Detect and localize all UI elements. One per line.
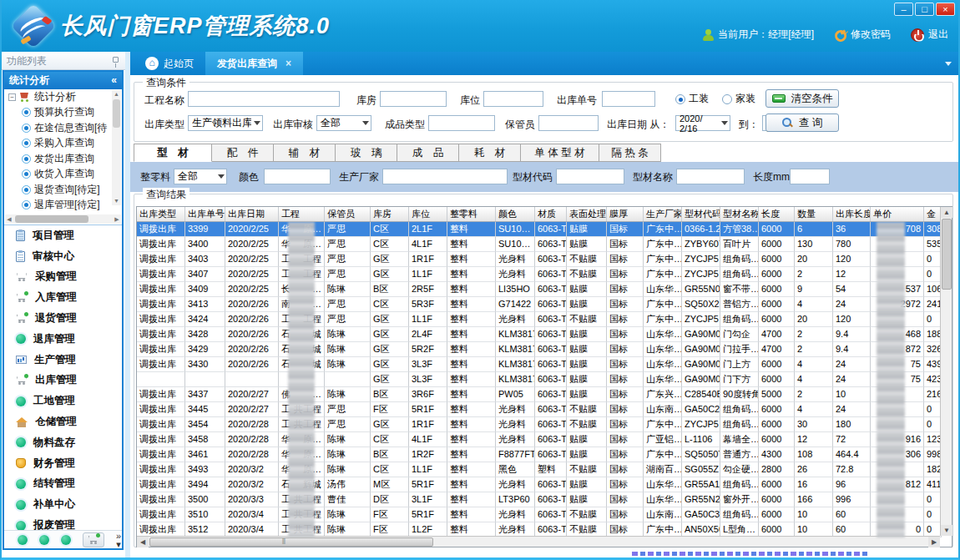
scroll-left-icon[interactable]: ◀ bbox=[137, 537, 149, 547]
hscroll-thumb[interactable] bbox=[149, 537, 433, 547]
close-tab-icon[interactable]: × bbox=[285, 58, 291, 69]
scroll-down-icon[interactable]: ▼ bbox=[112, 197, 121, 205]
pin-icon[interactable] bbox=[113, 57, 119, 63]
tree-item-7[interactable]: 退库管理[待定] bbox=[4, 198, 122, 214]
maximize-button[interactable]: □ bbox=[915, 3, 934, 16]
menu-item-报废管理[interactable]: 报废管理 bbox=[4, 515, 122, 530]
table-row[interactable]: 调拨出库34032020/2/25工工程严思G区1R1F整料光身料6063-T5… bbox=[137, 252, 942, 267]
color-input[interactable] bbox=[264, 169, 331, 184]
column-header[interactable]: 单价 bbox=[871, 207, 924, 221]
column-header[interactable]: 出库类型 bbox=[137, 207, 185, 221]
column-header[interactable]: 出库单号 bbox=[185, 207, 225, 221]
cart-module-button[interactable] bbox=[83, 532, 104, 547]
out-type-select[interactable]: 生产领料出库 bbox=[188, 115, 263, 131]
column-header[interactable]: 材质 bbox=[535, 207, 567, 221]
audit-select[interactable]: 全部 bbox=[316, 115, 371, 131]
table-horizontal-scrollbar[interactable]: ◀ ▶ bbox=[137, 536, 940, 547]
radio-jiazhuang[interactable]: 家装 bbox=[722, 92, 755, 106]
material-tab-5[interactable]: 成 品 bbox=[397, 144, 459, 162]
warehouse-input[interactable] bbox=[380, 91, 447, 107]
tree-root-statistics[interactable]: −统计分析 bbox=[4, 89, 122, 105]
search-button[interactable]: 查 询 bbox=[765, 114, 839, 132]
keeper-input[interactable] bbox=[538, 115, 599, 131]
table-row[interactable]: 调拨出库34612020/2/28华原…陈琳B区1R2F整料F8877FT606… bbox=[137, 447, 942, 462]
tree-item-4[interactable]: 发货出库查询 bbox=[4, 151, 122, 167]
table-row[interactable]: 调拨出库34132020/2/26南…严思C区5R3F整料G714226063-… bbox=[137, 297, 942, 312]
material-tab-8[interactable]: 隔 热 条 bbox=[599, 144, 661, 162]
table-row[interactable]: 调拨出库34302020/2/26石城陈琳G区3L3F整料KLM38176063… bbox=[137, 357, 942, 372]
project-name-input[interactable] bbox=[188, 91, 340, 107]
change-password-button[interactable]: 修改密码 bbox=[834, 28, 891, 42]
tree-item-6[interactable]: 退货查询[待定] bbox=[4, 182, 122, 198]
table-row[interactable]: 调拨出库34542020/2/28工共工程严思G区1R1F整料光身料6063-T… bbox=[137, 417, 942, 432]
manufacturer-input[interactable] bbox=[382, 169, 508, 184]
profile-code-input[interactable] bbox=[556, 169, 624, 184]
whole-part-select[interactable]: 全部 bbox=[174, 169, 227, 184]
column-header[interactable]: 整零料 bbox=[447, 207, 496, 221]
column-header[interactable]: 型材名称 bbox=[720, 207, 759, 221]
menu-item-退货管理[interactable]: 退货管理 bbox=[4, 308, 122, 329]
table-row[interactable]: 调拨出库34372020/2/27佛…陈琳B区3R6F整料PW056063-T5… bbox=[137, 387, 942, 402]
material-tab-2[interactable]: 配 件 bbox=[212, 144, 274, 162]
table-row[interactable]: 调拨出库34942020/3/2石辉城汤伟M区5R1F整料光身料6063-T5贴… bbox=[137, 477, 942, 492]
collapse-icon[interactable]: « bbox=[111, 72, 117, 89]
tree-horizontal-scrollbar[interactable]: ◀ ▶ bbox=[5, 214, 121, 224]
close-button[interactable]: × bbox=[936, 3, 955, 16]
table-row[interactable]: 调拨出库35002020/3/3工共工程曹佳D区3L1F整料LT3P606063… bbox=[137, 492, 942, 507]
menu-item-退库管理[interactable]: 退库管理 bbox=[4, 329, 122, 350]
menu-item-仓储管理[interactable]: 仓储管理 bbox=[4, 411, 122, 432]
menu-item-采购管理[interactable]: 采购管理 bbox=[4, 267, 122, 288]
tab-home[interactable]: ⌂ 起始页 bbox=[134, 52, 205, 75]
table-row[interactable]: 调拨出库34292020/2/26石城陈琳G区5R2F整料KLM38176063… bbox=[137, 342, 942, 357]
menu-item-补单中心[interactable]: 补单中心 bbox=[4, 494, 122, 515]
material-tab-3[interactable]: 辅 材 bbox=[274, 144, 336, 162]
sidebar-group-statistics[interactable]: 统计分析 « bbox=[4, 72, 122, 89]
table-row[interactable]: 调拨出库34092020/2/25长…陈琳B区2R5F整料LI35HO6063-… bbox=[137, 282, 942, 297]
material-tab-4[interactable]: 玻 璃 bbox=[336, 144, 397, 162]
column-header[interactable]: 表面处理 bbox=[567, 207, 607, 221]
column-header[interactable]: 库位 bbox=[409, 207, 447, 221]
table-row[interactable]: G区3L3F整料KLM38176063-T5贴膜国标山东华…GA90M09.门下… bbox=[137, 372, 942, 387]
scroll-up-icon[interactable]: ▲ bbox=[941, 207, 952, 218]
tab-list-caret-icon[interactable] bbox=[945, 62, 952, 66]
table-row[interactable]: 调拨出库34072020/2/25工工程严思G区1L1F整料光身料6063-T5… bbox=[137, 267, 942, 282]
tree-vertical-scrollbar[interactable]: ▲ ▼ bbox=[112, 90, 121, 205]
more-modules-button[interactable]: »▾ bbox=[116, 532, 121, 548]
column-header[interactable]: 型材代码 bbox=[682, 207, 720, 221]
logout-button[interactable]: 退出 bbox=[911, 28, 948, 42]
menu-item-入库管理[interactable]: 入库管理 bbox=[4, 287, 122, 308]
table-row[interactable]: 调拨出库34452020/2/27工共工程严思F区5R1F整料光身料6063-T… bbox=[137, 402, 942, 417]
table-row[interactable]: 调拨出库33992020/2/25华原…严思C区2L1F整料SU10…6063-… bbox=[137, 222, 942, 237]
module-dot-icon[interactable] bbox=[39, 535, 49, 545]
scroll-up-icon[interactable]: ▲ bbox=[112, 90, 121, 98]
tree-hscroll-thumb[interactable] bbox=[15, 215, 88, 223]
menu-item-生产管理[interactable]: 生产管理 bbox=[4, 350, 122, 371]
column-header[interactable]: 出库长度 bbox=[833, 207, 871, 221]
menu-item-物料盘存[interactable]: 物料盘存 bbox=[4, 432, 122, 453]
tree-item-2[interactable]: 在途信息查询[待 bbox=[4, 120, 122, 136]
tree-item-1[interactable]: 预算执行查询 bbox=[4, 105, 122, 121]
column-header[interactable]: 保管员 bbox=[325, 207, 371, 221]
module-dot-icon[interactable] bbox=[61, 535, 71, 545]
tree-item-3[interactable]: 采购入库查询 bbox=[4, 136, 122, 152]
profile-name-input[interactable] bbox=[676, 169, 745, 184]
menu-item-项目管理[interactable]: 项目管理 bbox=[4, 225, 122, 246]
table-row[interactable]: 调拨出库34282020/2/26石城陈琳G区2L4F整料KLM38176063… bbox=[137, 327, 942, 342]
date-from-select[interactable]: 2020/ 2/16 bbox=[675, 115, 730, 131]
column-header[interactable]: 出库日期 bbox=[225, 207, 279, 221]
scroll-right-icon[interactable]: ▶ bbox=[113, 214, 121, 224]
scroll-right-icon[interactable]: ▶ bbox=[928, 537, 940, 547]
order-no-input[interactable] bbox=[602, 91, 655, 107]
column-header[interactable]: 颜色 bbox=[496, 207, 535, 221]
column-header[interactable]: 金 bbox=[924, 207, 942, 221]
table-row[interactable]: 调拨出库34242020/2/26工工程严思G区1L1F整料光身料6063-T5… bbox=[137, 312, 942, 327]
menu-item-审核中心[interactable]: 审核中心 bbox=[4, 246, 122, 267]
column-header[interactable]: 长度 bbox=[759, 207, 795, 221]
tree-vscroll-thumb[interactable] bbox=[113, 99, 120, 128]
scroll-down-icon[interactable]: ▼ bbox=[941, 525, 952, 536]
column-header[interactable]: 膜厚 bbox=[607, 207, 644, 221]
table-vertical-scrollbar[interactable]: ▲ ▼ bbox=[940, 207, 952, 536]
menu-item-结转管理[interactable]: 结转管理 bbox=[4, 474, 122, 495]
menu-item-财务管理[interactable]: 财务管理 bbox=[4, 453, 122, 474]
column-header[interactable]: 数量 bbox=[795, 207, 833, 221]
